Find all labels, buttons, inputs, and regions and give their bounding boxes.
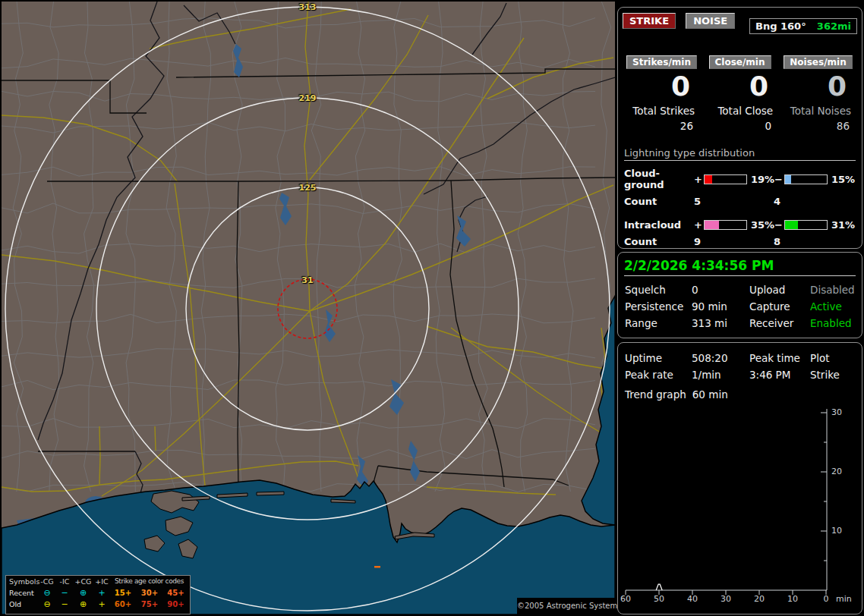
squelch-label: Squelch: [625, 284, 692, 296]
xtick-0: 0: [815, 594, 837, 604]
current-datetime: 2/2/2026 4:34:56 PM: [624, 258, 856, 276]
copyright-notice: ©2005 Astrogenic Systems: [517, 598, 616, 614]
symbols-legend: Symbols -CG -IC +CG +IC Strike age color…: [5, 575, 191, 614]
ring-label-31: 31: [291, 275, 324, 285]
ring-label-219: 219: [291, 93, 324, 103]
ic-negative-bar: [784, 220, 828, 230]
cg-positive-count: 5: [694, 196, 774, 207]
legend-col-pos-cg: +CG: [73, 576, 93, 587]
xtick-10: 10: [781, 594, 804, 604]
noises-per-min-counter: Noises/min 0 Total Noises 86: [779, 54, 857, 132]
total-close-value: 0: [701, 120, 779, 132]
ytick-20: 20: [831, 467, 842, 476]
strike-tab-button[interactable]: STRIKE: [623, 13, 676, 29]
plus-sign: +: [694, 219, 704, 231]
close-per-min-counter: Close/min 0 Total Close 0: [701, 54, 779, 132]
trend-axes: [626, 409, 827, 595]
legend-col-pos-ic: +IC: [93, 576, 110, 587]
cg-negative-bar: [784, 174, 828, 184]
ic-positive-count: 9: [694, 236, 774, 247]
persistence-label: Persistence: [625, 300, 692, 313]
xtick-60: 60: [614, 594, 637, 604]
bearing-distance: 362mi: [817, 20, 851, 32]
noises-per-min-value: 0: [779, 69, 857, 103]
ic-negative-pct: 31%: [828, 219, 858, 231]
cloud-ground-count-row: Count 5 4: [624, 196, 862, 207]
old-neg-ic-icon: −: [56, 600, 73, 608]
xtick-20: 20: [748, 594, 771, 604]
age-45: 45+: [163, 587, 188, 599]
capture-status: Active: [810, 300, 862, 313]
count-label: Count: [624, 236, 694, 247]
strike-symbol-old-negative-ic: [374, 566, 380, 568]
distribution-title: Lightning type distribution: [624, 147, 856, 161]
range-value: 313 mi: [692, 317, 749, 329]
strikes-per-min-label: Strikes/min: [626, 55, 697, 69]
trend-graph: [618, 343, 862, 614]
x-axis-unit: min: [836, 594, 852, 604]
ring-label-313: 313: [291, 2, 324, 12]
strikes-per-min-value: 0: [623, 69, 701, 103]
lightning-map[interactable]: 313 219 125 31 Symbols -CG -IC +CG +IC S…: [2, 2, 615, 614]
recent-pos-cg-icon: ⊕: [73, 589, 93, 597]
capture-label: Capture: [749, 300, 810, 313]
ytick-30: 30: [831, 407, 842, 417]
cg-positive-bar: [704, 174, 747, 184]
status-grid: Squelch 0 Upload Disabled Persistence 90…: [625, 284, 862, 329]
old-pos-cg-icon: ⊕: [73, 600, 93, 608]
legend-row-recent: Recent: [6, 587, 38, 599]
cg-positive-pct: 19%: [747, 174, 774, 185]
rate-counters: Strikes/min 0 Total Strikes 26 Close/min…: [623, 54, 857, 132]
recent-neg-ic-icon: −: [56, 589, 73, 597]
status-panel: 2/2/2026 4:34:56 PM Squelch 0 Upload Dis…: [617, 252, 862, 338]
ring-label-125: 125: [291, 183, 324, 193]
legend-row-old: Old: [6, 599, 38, 610]
range-label: Range: [625, 317, 692, 329]
close-per-min-value: 0: [701, 69, 779, 103]
ic-negative-count: 8: [774, 236, 862, 247]
total-strikes-label: Total Strikes: [623, 105, 701, 117]
nexstorm-window: 313 219 125 31 Symbols -CG -IC +CG +IC S…: [0, 0, 864, 616]
intracloud-count-row: Count 9 8: [624, 236, 862, 247]
xtick-40: 40: [681, 594, 704, 604]
ic-positive-bar: [704, 220, 747, 230]
noise-tab-button[interactable]: NOISE: [686, 13, 735, 29]
ytick-10: 10: [831, 526, 842, 536]
trend-spike: [656, 584, 662, 590]
age-15: 15+: [110, 587, 136, 599]
recent-pos-ic-icon: +: [93, 589, 110, 597]
legend-col-neg-cg: -CG: [38, 576, 56, 587]
strikes-per-min-counter: Strikes/min 0 Total Strikes 26: [623, 54, 701, 132]
cloud-ground-label: Cloud-ground: [624, 168, 694, 190]
total-close-label: Total Close: [701, 105, 779, 117]
intracloud-row: Intracloud + 35% − 31%: [624, 219, 862, 231]
cg-negative-pct: 15%: [828, 174, 858, 185]
old-neg-cg-icon: ⊖: [38, 600, 56, 608]
intracloud-label: Intracloud: [624, 219, 694, 231]
legend-col-neg-ic: -IC: [56, 576, 73, 587]
total-strikes-value: 26: [623, 120, 701, 132]
close-per-min-label: Close/min: [709, 55, 771, 69]
age-30: 30+: [136, 587, 163, 599]
old-pos-ic-icon: +: [93, 600, 110, 608]
age-75: 75+: [136, 599, 163, 610]
legend-age-title: Strike age color codes: [110, 576, 188, 587]
cg-negative-count: 4: [774, 196, 862, 207]
receiver-status: Enabled: [810, 317, 862, 329]
total-noises-label: Total Noises: [779, 105, 857, 117]
age-60: 60+: [110, 599, 136, 610]
age-90: 90+: [163, 599, 188, 610]
upload-label: Upload: [749, 284, 810, 296]
receiver-label: Receiver: [749, 317, 810, 329]
bearing-label: Bng 160°: [755, 20, 806, 32]
minus-sign: −: [774, 174, 784, 185]
cloud-ground-row: Cloud-ground + 19% − 15%: [624, 168, 862, 190]
ic-positive-pct: 35%: [747, 219, 774, 231]
count-label: Count: [624, 196, 694, 207]
trend-panel: Uptime 508:20 Peak time Plot Peak rate 1…: [617, 342, 862, 614]
squelch-value: 0: [692, 284, 749, 296]
upload-status: Disabled: [810, 284, 862, 296]
plus-sign: +: [694, 174, 704, 185]
persistence-value: 90 min: [692, 300, 749, 313]
legend-symbols-header: Symbols: [6, 576, 38, 587]
